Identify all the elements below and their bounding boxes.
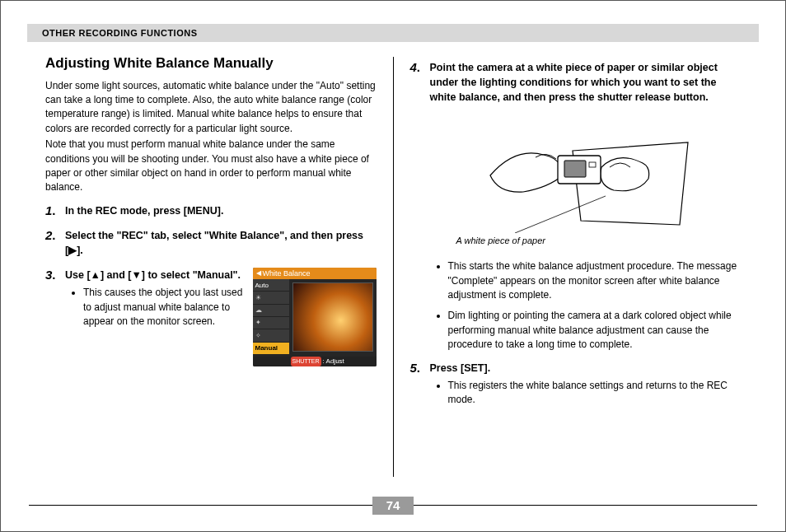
bullet-item: Dim lighting or pointing the camera at a…: [448, 309, 742, 352]
step-number: 5.: [410, 359, 421, 377]
step-number: 1.: [45, 202, 56, 220]
page-title: Adjusting White Balance Manually: [45, 54, 377, 74]
intro-text: Under some light sources, automatic whit…: [45, 79, 377, 195]
step-5-bullets: This registers the white balance setting…: [430, 379, 742, 408]
step-number: 3.: [45, 266, 56, 284]
menu-footer: SHUTTER : Adjust: [253, 357, 377, 366]
menu-item: ✦: [253, 317, 289, 329]
section-header: OTHER RECORDING FUNCTIONS: [27, 24, 759, 42]
steps-list-right: 4. Point the camera at a white piece of …: [410, 60, 742, 408]
page-number: 74: [372, 497, 414, 515]
step-3-row: Use [▲] and [▼] to select "Manual". This…: [65, 268, 377, 366]
hands-camera-paper-illustration: [466, 118, 704, 233]
footer-text: : Adjust: [323, 357, 344, 366]
step-number: 2.: [45, 226, 56, 245]
step-1: 1. In the REC mode, press [MENU].: [45, 203, 377, 218]
content-columns: Adjusting White Balance Manually Under s…: [29, 52, 757, 482]
menu-titlebar: White Balance: [253, 268, 377, 279]
step-5: 5. Press [SET]. This registers the white…: [410, 361, 742, 408]
step-3-bullets: This causes the object you last used to …: [65, 286, 243, 329]
step-title: Select the "REC" tab, select "White Bala…: [65, 228, 377, 258]
step-number: 4.: [410, 58, 421, 77]
bullet-item: This starts the white balance adjustment…: [448, 259, 742, 302]
menu-item: ✧: [253, 329, 289, 342]
intro-paragraph-1: Under some light sources, automatic whit…: [45, 79, 377, 137]
bullet-item: This causes the object you last used to …: [83, 286, 243, 329]
right-column: 4. Point the camera at a white piece of …: [394, 52, 758, 482]
step-2: 2. Select the "REC" tab, select "White B…: [45, 228, 377, 258]
steps-list-left: 1. In the REC mode, press [MENU]. 2. Sel…: [45, 203, 377, 366]
left-column: Adjusting White Balance Manually Under s…: [29, 52, 393, 482]
camera-menu-screenshot: White Balance Auto ☀ ☁ ✦ ✧ Manual: [253, 268, 377, 366]
manual-page: OTHER RECORDING FUNCTIONS Adjusting Whit…: [0, 0, 786, 532]
shutter-badge: SHUTTER: [291, 357, 321, 366]
menu-sidebar: Auto ☀ ☁ ✦ ✧ Manual: [253, 279, 289, 355]
menu-item-manual: Manual: [253, 343, 289, 355]
section-title-text: OTHER RECORDING FUNCTIONS: [42, 28, 198, 38]
svg-rect-3: [564, 161, 586, 177]
menu-item: ☁: [253, 305, 289, 317]
step-title: Point the camera at a white piece of pap…: [430, 60, 742, 105]
bullet-item: This registers the white balance setting…: [448, 379, 742, 408]
step-title: In the REC mode, press [MENU].: [65, 203, 377, 218]
menu-item: ☀: [253, 292, 289, 304]
menu-preview-image: [292, 282, 373, 352]
step-3-text: Use [▲] and [▼] to select "Manual". This…: [65, 268, 243, 335]
illustration-wrap: [430, 118, 742, 233]
step-title: Use [▲] and [▼] to select "Manual".: [65, 268, 243, 282]
step-3: 3. Use [▲] and [▼] to select "Manual". T…: [45, 268, 377, 366]
step-title: Press [SET].: [430, 361, 742, 376]
step-4-bullets: This starts the white balance adjustment…: [430, 259, 742, 352]
step-4: 4. Point the camera at a white piece of …: [410, 60, 742, 352]
illustration-caption: A white piece of paper: [456, 235, 742, 248]
intro-paragraph-2: Note that you must perform manual white …: [45, 138, 377, 195]
svg-rect-4: [589, 162, 596, 167]
menu-item-auto: Auto: [253, 279, 289, 292]
